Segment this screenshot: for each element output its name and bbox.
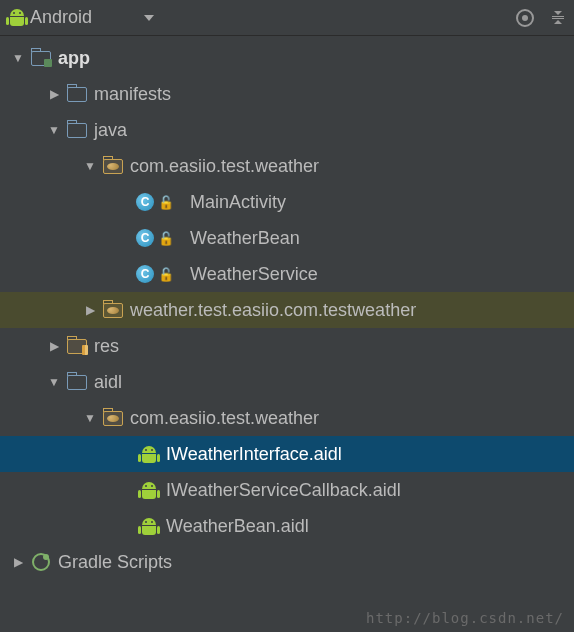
gradle-icon <box>28 553 54 571</box>
node-label: Gradle Scripts <box>54 552 172 573</box>
tree-node-file[interactable]: IWeatherServiceCallback.aidl <box>0 472 574 508</box>
node-label: manifests <box>90 84 171 105</box>
package-folder-icon <box>100 159 126 174</box>
project-tree: ▼ app ▶ manifests ▼ java ▼ com.easiio.te… <box>0 36 574 580</box>
node-label: weather.test.easiio.com.testweather <box>126 300 416 321</box>
node-label: IWeatherInterface.aidl <box>162 444 342 465</box>
chevron-down-icon <box>144 15 154 21</box>
tree-node-class[interactable]: C 🔓 WeatherService <box>0 256 574 292</box>
tree-node-package[interactable]: ▼ com.easiio.test.weather <box>0 400 574 436</box>
node-label: java <box>90 120 127 141</box>
tree-node-package[interactable]: ▶ weather.test.easiio.com.testweather <box>0 292 574 328</box>
folder-icon <box>64 375 90 390</box>
expand-arrow-icon[interactable]: ▼ <box>44 123 64 137</box>
view-label: Android <box>30 7 92 28</box>
aidl-file-icon <box>136 482 162 499</box>
tree-node-file[interactable]: WeatherBean.aidl <box>0 508 574 544</box>
folder-icon <box>64 123 90 138</box>
node-label: res <box>90 336 119 357</box>
runnable-icon: 🔓 <box>158 195 174 210</box>
node-label: WeatherBean.aidl <box>162 516 309 537</box>
tree-node-class[interactable]: C 🔓 WeatherBean <box>0 220 574 256</box>
tree-node-manifests[interactable]: ▶ manifests <box>0 76 574 112</box>
android-icon <box>10 9 24 26</box>
expand-arrow-icon[interactable]: ▶ <box>44 339 64 353</box>
expand-arrow-icon[interactable]: ▶ <box>80 303 100 317</box>
node-label: WeatherBean <box>186 228 300 249</box>
expand-arrow-icon[interactable]: ▼ <box>44 375 64 389</box>
aidl-file-icon <box>136 518 162 535</box>
node-label: com.easiio.test.weather <box>126 156 319 177</box>
tree-node-package[interactable]: ▼ com.easiio.test.weather <box>0 148 574 184</box>
collapse-all-icon[interactable] <box>552 11 564 24</box>
tree-node-aidl[interactable]: ▼ aidl <box>0 364 574 400</box>
runnable-icon: 🔓 <box>158 267 174 282</box>
node-label: IWeatherServiceCallback.aidl <box>162 480 401 501</box>
expand-arrow-icon[interactable]: ▼ <box>8 51 28 65</box>
expand-arrow-icon[interactable]: ▼ <box>80 411 100 425</box>
node-label: aidl <box>90 372 122 393</box>
expand-arrow-icon[interactable]: ▶ <box>44 87 64 101</box>
project-tool-header: Android <box>0 0 574 36</box>
expand-arrow-icon[interactable]: ▼ <box>80 159 100 173</box>
view-selector[interactable]: Android <box>10 7 516 28</box>
folder-icon <box>64 87 90 102</box>
package-folder-icon <box>100 303 126 318</box>
class-icon: C <box>136 265 154 283</box>
node-label: MainActivity <box>186 192 286 213</box>
tree-node-java[interactable]: ▼ java <box>0 112 574 148</box>
runnable-icon: 🔓 <box>158 231 174 246</box>
aidl-file-icon <box>136 446 162 463</box>
scroll-from-source-icon[interactable] <box>516 9 534 27</box>
tree-node-gradle[interactable]: ▶ Gradle Scripts <box>0 544 574 580</box>
tree-node-class[interactable]: C 🔓 MainActivity <box>0 184 574 220</box>
tree-node-file-selected[interactable]: IWeatherInterface.aidl <box>0 436 574 472</box>
class-icon: C <box>136 229 154 247</box>
node-label: com.easiio.test.weather <box>126 408 319 429</box>
resource-folder-icon <box>64 339 90 354</box>
class-icon: C <box>136 193 154 211</box>
node-label: WeatherService <box>186 264 318 285</box>
watermark-text: http://blog.csdn.net/ <box>366 610 564 626</box>
tree-node-res[interactable]: ▶ res <box>0 328 574 364</box>
package-folder-icon <box>100 411 126 426</box>
node-label: app <box>54 48 90 69</box>
tree-node-app[interactable]: ▼ app <box>0 40 574 76</box>
expand-arrow-icon[interactable]: ▶ <box>8 555 28 569</box>
module-folder-icon <box>28 51 54 66</box>
